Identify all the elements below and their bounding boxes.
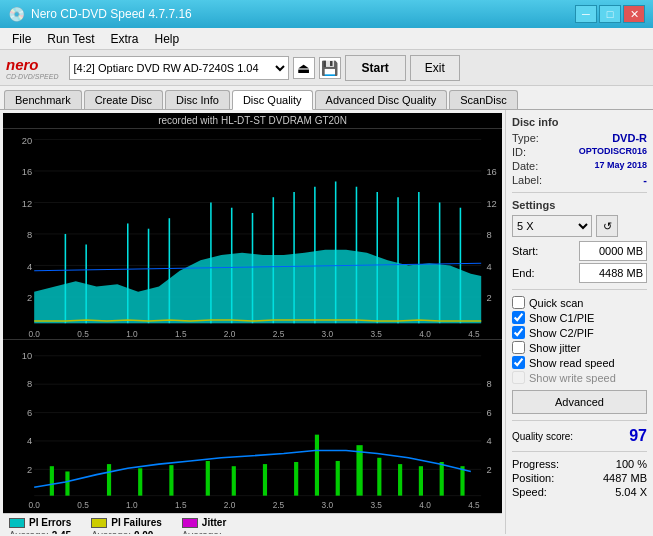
- legend-pi-failures: PI Failures Average: 0.00 Maximum: 6 Tot…: [91, 517, 162, 534]
- exit-button[interactable]: Exit: [410, 55, 460, 81]
- maximize-button[interactable]: □: [599, 5, 621, 23]
- svg-text:4: 4: [27, 435, 32, 446]
- svg-rect-74: [315, 435, 319, 496]
- svg-rect-71: [232, 466, 236, 495]
- drive-select[interactable]: [4:2] Optiarc DVD RW AD-7240S 1.04: [69, 56, 289, 80]
- eject-icon[interactable]: ⏏: [293, 57, 315, 79]
- start-button[interactable]: Start: [345, 55, 406, 81]
- svg-rect-65: [50, 466, 54, 495]
- tab-benchmark[interactable]: Benchmark: [4, 90, 82, 109]
- divider-3: [512, 420, 647, 421]
- title-bar-title: Nero CD-DVD Speed 4.7.7.16: [31, 7, 192, 21]
- quality-value: 97: [629, 427, 647, 445]
- svg-text:16: 16: [486, 166, 496, 177]
- close-button[interactable]: ✕: [623, 5, 645, 23]
- svg-text:16: 16: [22, 166, 32, 177]
- divider-1: [512, 192, 647, 193]
- save-icon[interactable]: 💾: [319, 57, 341, 79]
- nero-logo: nero: [6, 56, 39, 73]
- tab-disc-quality[interactable]: Disc Quality: [232, 90, 313, 110]
- menu-bar: File Run Test Extra Help: [0, 28, 653, 50]
- tab-advanced-disc-quality[interactable]: Advanced Disc Quality: [315, 90, 448, 109]
- svg-text:6: 6: [486, 407, 491, 418]
- legend: PI Errors Average: 2.45 Maximum: 15 Tota…: [3, 513, 502, 534]
- menu-help[interactable]: Help: [147, 30, 188, 48]
- quick-scan-row: Quick scan: [512, 296, 647, 309]
- menu-extra[interactable]: Extra: [102, 30, 146, 48]
- svg-rect-68: [138, 468, 142, 495]
- disc-date-row: Date: 17 May 2018: [512, 160, 647, 172]
- svg-rect-79: [419, 466, 423, 495]
- speed-select[interactable]: 5 X: [512, 215, 592, 237]
- refresh-btn[interactable]: ↺: [596, 215, 618, 237]
- show-c2-checkbox[interactable]: [512, 326, 525, 339]
- menu-file[interactable]: File: [4, 30, 39, 48]
- tab-scan-disc[interactable]: ScanDisc: [449, 90, 517, 109]
- show-read-row: Show read speed: [512, 356, 647, 369]
- show-c1-checkbox[interactable]: [512, 311, 525, 324]
- svg-rect-78: [398, 464, 402, 496]
- progress-row: Progress: 100 %: [512, 458, 647, 470]
- position-row: Position: 4487 MB: [512, 472, 647, 484]
- svg-text:3.5: 3.5: [370, 500, 382, 510]
- pi-errors-label: PI Errors: [29, 517, 71, 528]
- upper-chart: 20 16 12 8 4 2 16 12 8 4 2: [3, 129, 502, 340]
- jitter-label: Jitter: [202, 517, 226, 528]
- charts-wrapper: recorded with HL-DT-ST DVDRAM GT20N 20: [0, 110, 505, 534]
- svg-text:4.5: 4.5: [468, 329, 480, 339]
- start-row: Start:: [512, 241, 647, 261]
- main-content: recorded with HL-DT-ST DVDRAM GT20N 20: [0, 110, 653, 534]
- chart-title: recorded with HL-DT-ST DVDRAM GT20N: [3, 113, 502, 129]
- legend-pi-failures-title: PI Failures: [91, 517, 162, 528]
- show-write-checkbox[interactable]: [512, 371, 525, 384]
- title-bar-controls: ─ □ ✕: [575, 5, 645, 23]
- svg-text:4: 4: [486, 435, 491, 446]
- end-input[interactable]: [579, 263, 647, 283]
- svg-text:3.5: 3.5: [370, 329, 382, 339]
- svg-text:4.5: 4.5: [468, 500, 480, 510]
- svg-text:6: 6: [27, 407, 32, 418]
- svg-text:10: 10: [22, 350, 32, 361]
- svg-rect-49: [3, 340, 502, 514]
- show-write-row: Show write speed: [512, 371, 647, 384]
- title-bar-left: 💿 Nero CD-DVD Speed 4.7.7.16: [8, 6, 192, 22]
- divider-2: [512, 289, 647, 290]
- svg-text:4.0: 4.0: [419, 500, 431, 510]
- svg-text:0.0: 0.0: [28, 500, 40, 510]
- speed-row: 5 X ↺: [512, 215, 647, 237]
- quick-scan-checkbox[interactable]: [512, 296, 525, 309]
- show-read-checkbox[interactable]: [512, 356, 525, 369]
- svg-text:4.0: 4.0: [419, 329, 431, 339]
- jitter-color: [182, 518, 198, 528]
- svg-text:1.0: 1.0: [126, 500, 138, 510]
- svg-text:2: 2: [486, 463, 491, 474]
- svg-rect-66: [65, 471, 69, 495]
- svg-text:2.0: 2.0: [224, 500, 236, 510]
- app-icon: 💿: [8, 6, 25, 22]
- speed-value: 5.04 X: [615, 486, 647, 498]
- tab-create-disc[interactable]: Create Disc: [84, 90, 163, 109]
- show-c2-row: Show C2/PIF: [512, 326, 647, 339]
- svg-text:1.5: 1.5: [175, 329, 187, 339]
- disc-type-row: Type: DVD-R: [512, 132, 647, 144]
- jitter-avg: Average: -: [182, 530, 240, 534]
- menu-run-test[interactable]: Run Test: [39, 30, 102, 48]
- minimize-button[interactable]: ─: [575, 5, 597, 23]
- chart-container: recorded with HL-DT-ST DVDRAM GT20N 20: [3, 113, 502, 513]
- tab-disc-info[interactable]: Disc Info: [165, 90, 230, 109]
- progress-value: 100 %: [616, 458, 647, 470]
- upper-chart-svg: 20 16 12 8 4 2 16 12 8 4 2: [3, 129, 502, 339]
- show-jitter-checkbox[interactable]: [512, 341, 525, 354]
- position-value: 4487 MB: [603, 472, 647, 484]
- start-input[interactable]: [579, 241, 647, 261]
- right-panel: Disc info Type: DVD-R ID: OPTODISCR016 D…: [505, 110, 653, 534]
- svg-text:20: 20: [22, 135, 32, 146]
- nero-sub: CD·DVD/SPEED: [6, 73, 59, 80]
- svg-rect-67: [107, 464, 111, 496]
- svg-rect-70: [206, 461, 210, 496]
- advanced-button[interactable]: Advanced: [512, 390, 647, 414]
- pi-failures-color: [91, 518, 107, 528]
- svg-text:12: 12: [486, 198, 496, 209]
- title-bar: 💿 Nero CD-DVD Speed 4.7.7.16 ─ □ ✕: [0, 0, 653, 28]
- svg-text:3.0: 3.0: [322, 500, 334, 510]
